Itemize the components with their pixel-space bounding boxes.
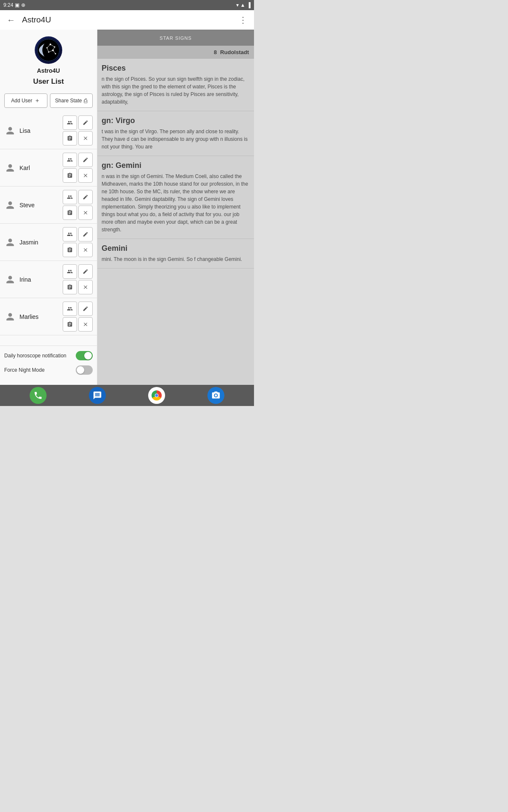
buttons-row: Add User ＋ Share State ⎙ <box>0 93 97 112</box>
content-text: t was in the sign of Virgo. The person a… <box>102 128 250 151</box>
clipboard-button[interactable] <box>63 131 77 145</box>
left-panel: Astro4U User List Add User ＋ Share State… <box>0 30 97 385</box>
close-button[interactable] <box>78 243 93 257</box>
app-logo <box>35 36 62 64</box>
user-name: Lisa <box>19 127 63 134</box>
right-panel: STAR SIGNS 8 Rudolstadt Pisces n the sig… <box>97 30 254 385</box>
nightmode-toggle[interactable] <box>76 365 93 375</box>
status-left: 9:24 ▣ ⊕ <box>3 2 25 8</box>
signal-icon: ▲ <box>240 2 246 8</box>
group-button[interactable] <box>63 115 77 130</box>
content-title: gn: Virgo <box>102 116 250 125</box>
right-content: Pisces n the sign of Pisces. So your sun… <box>97 59 254 385</box>
table-row: Steve <box>0 187 97 224</box>
app-bar-title: Astro4U <box>22 15 237 25</box>
location-bar: 8 Rudolstadt <box>97 46 254 59</box>
user-list: Lisa <box>0 112 97 346</box>
clipboard-button[interactable] <box>63 243 77 257</box>
table-row: Karl <box>0 149 97 187</box>
list-item: gn: Virgo t was in the sign of Virgo. Th… <box>97 111 254 156</box>
avatar <box>4 199 16 211</box>
tab-bar: STAR SIGNS <box>97 30 254 46</box>
list-item: Gemini mini. The moon is in the sign Gem… <box>97 239 254 269</box>
drawer-section-title: User List <box>33 77 64 86</box>
user-actions <box>63 227 93 257</box>
avatar <box>4 125 16 137</box>
table-row: Marlies <box>0 298 97 335</box>
user-actions <box>63 264 93 294</box>
edit-button[interactable] <box>78 153 93 167</box>
app-bar: ← Astro4U ⋮ <box>0 10 254 30</box>
edit-button[interactable] <box>78 115 93 130</box>
close-button[interactable] <box>78 206 93 220</box>
user-actions <box>63 302 93 332</box>
user-name: Jasmin <box>19 239 63 246</box>
content-title: Pisces <box>102 64 250 73</box>
user-actions <box>63 115 93 145</box>
setting-row-nightmode: Force Night Mode <box>4 365 93 375</box>
more-options-button[interactable]: ⋮ <box>237 13 249 27</box>
content-text: mini. The moon is in the sign Gemini. So… <box>102 255 250 263</box>
user-name: Steve <box>19 202 63 208</box>
wifi-icon: ▾ <box>236 2 239 8</box>
close-button[interactable] <box>78 317 93 332</box>
avatar <box>4 162 16 174</box>
edit-button[interactable] <box>78 264 93 279</box>
phone-nav-button[interactable] <box>30 387 47 404</box>
clipboard-button[interactable] <box>63 317 77 332</box>
edit-button[interactable] <box>78 302 93 316</box>
table-row: Jasmin <box>0 224 97 261</box>
list-item: gn: Gemini n was in the sign of Gemini. … <box>97 156 254 239</box>
camera-nav-button[interactable] <box>207 387 224 404</box>
share-state-button[interactable]: Share State ⎙ <box>50 93 93 108</box>
toggle-knob <box>84 352 92 359</box>
status-right: ▾ ▲ ▐ <box>236 2 251 8</box>
edit-button[interactable] <box>78 227 93 241</box>
group-button[interactable] <box>63 302 77 316</box>
location-number: 8 <box>214 49 217 55</box>
clipboard-button[interactable] <box>63 206 77 220</box>
back-button[interactable]: ← <box>5 14 17 27</box>
chrome-nav-button[interactable] <box>148 387 165 404</box>
user-name: Marlies <box>19 313 63 320</box>
battery-icon: ▐ <box>247 2 251 8</box>
add-user-button[interactable]: Add User ＋ <box>4 93 47 108</box>
status-bar: 9:24 ▣ ⊕ ▾ ▲ ▐ <box>0 0 254 10</box>
table-row: Lisa <box>0 112 97 149</box>
close-button[interactable] <box>78 131 93 145</box>
time-display: 9:24 <box>3 2 13 8</box>
content-title: gn: Gemini <box>102 161 250 170</box>
user-actions <box>63 190 93 220</box>
share-state-label: Share State <box>55 98 82 104</box>
user-name: Irina <box>19 276 63 283</box>
group-button[interactable] <box>63 153 77 167</box>
user-name: Karl <box>19 165 63 171</box>
avatar <box>4 274 16 285</box>
group-button[interactable] <box>63 264 77 279</box>
group-button[interactable] <box>63 227 77 241</box>
edit-button[interactable] <box>78 190 93 204</box>
add-user-label: Add User <box>11 98 32 104</box>
tab-star-signs[interactable]: STAR SIGNS <box>160 36 192 41</box>
settings-section: Daily horoscope notification Force Night… <box>0 346 97 385</box>
sim-icon: ▣ <box>15 2 19 8</box>
table-row: Irina <box>0 261 97 298</box>
user-actions <box>63 153 93 183</box>
notification-toggle[interactable] <box>76 351 93 360</box>
shield-icon: ⊕ <box>21 2 25 8</box>
group-button[interactable] <box>63 190 77 204</box>
content-text: n the sign of Pisces. So your sun sign t… <box>102 75 250 106</box>
clipboard-button[interactable] <box>63 168 77 183</box>
nightmode-label: Force Night Mode <box>4 367 44 373</box>
drawer-app-name: Astro4U <box>37 67 60 74</box>
chat-nav-button[interactable] <box>89 387 106 404</box>
notification-label: Daily horoscope notification <box>4 353 66 359</box>
setting-row-notification: Daily horoscope notification <box>4 351 93 360</box>
content-title: Gemini <box>102 244 250 253</box>
clipboard-button[interactable] <box>63 280 77 294</box>
close-button[interactable] <box>78 280 93 294</box>
bottom-navigation <box>0 385 254 406</box>
avatar <box>4 236 16 248</box>
close-button[interactable] <box>78 168 93 183</box>
content-text: n was in the sign of Gemini. The Medium … <box>102 173 250 233</box>
